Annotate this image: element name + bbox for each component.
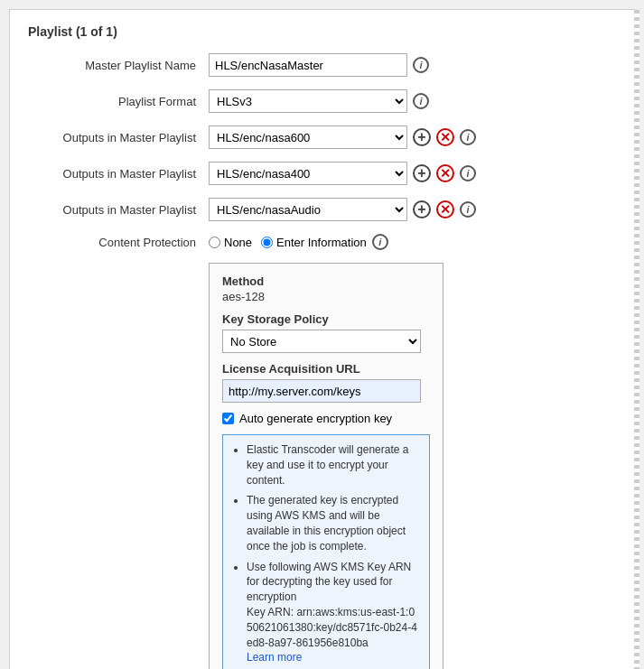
encryption-info-list: Elastic Transcoder will generate a key a… xyxy=(232,442,420,665)
license-url-input[interactable] xyxy=(222,379,421,403)
radio-none-text: None xyxy=(224,236,252,249)
outputs-2-label: Outputs in Master Playlist xyxy=(28,167,209,181)
outputs-2-row: Outputs in Master Playlist HLS/enc/nasa6… xyxy=(28,162,616,185)
playlist-format-select[interactable]: HLSv3 HLSv4 Smooth xyxy=(209,89,407,113)
learn-more-link[interactable]: Learn more xyxy=(247,651,302,664)
radio-enter-info[interactable] xyxy=(261,237,273,248)
method-value: aes-128 xyxy=(222,290,430,303)
radio-none[interactable] xyxy=(209,237,220,248)
radio-none-label[interactable]: None xyxy=(209,236,252,249)
outputs-2-remove-icon[interactable]: ✕ xyxy=(436,164,454,182)
outputs-1-select[interactable]: HLS/enc/nasa600 HLS/enc/nasa400 HLS/enc/… xyxy=(209,125,407,149)
outputs-3-row: Outputs in Master Playlist HLS/enc/nasa6… xyxy=(28,198,616,221)
key-storage-label: Key Storage Policy xyxy=(222,312,430,326)
playlist-format-info-icon[interactable]: i xyxy=(413,93,429,109)
content-protection-info-icon[interactable]: i xyxy=(372,234,388,250)
playlist-format-row: Playlist Format HLSv3 HLSv4 Smooth i xyxy=(28,89,616,113)
outputs-1-label: Outputs in Master Playlist xyxy=(28,131,209,144)
method-label: Method xyxy=(222,274,430,288)
outputs-3-label: Outputs in Master Playlist xyxy=(28,203,209,217)
master-playlist-name-info-icon[interactable]: i xyxy=(413,57,429,73)
outputs-2-select[interactable]: HLS/enc/nasa600 HLS/enc/nasa400 HLS/enc/… xyxy=(209,162,407,185)
outputs-3-info-icon[interactable]: i xyxy=(460,201,476,218)
outputs-2-controls: HLS/enc/nasa600 HLS/enc/nasa400 HLS/enc/… xyxy=(209,162,476,185)
content-protection-controls: None Enter Information i xyxy=(209,234,388,250)
playlist-format-label: Playlist Format xyxy=(28,95,209,108)
outputs-1-add-icon[interactable]: + xyxy=(413,128,431,146)
outputs-1-remove-icon[interactable]: ✕ xyxy=(436,128,454,146)
autogenerate-checkbox[interactable] xyxy=(222,413,234,424)
autogenerate-row: Auto generate encryption key xyxy=(222,412,430,425)
outputs-2-add-icon[interactable]: + xyxy=(413,164,431,182)
key-storage-select[interactable]: No Store AWS KMS xyxy=(222,330,421,353)
outputs-1-controls: HLS/enc/nasa600 HLS/enc/nasa400 HLS/enc/… xyxy=(209,125,476,149)
autogenerate-label[interactable]: Auto generate encryption key xyxy=(239,412,392,425)
content-protection-panel: Method aes-128 Key Storage Policy No Sto… xyxy=(209,263,443,669)
outputs-1-row: Outputs in Master Playlist HLS/enc/nasa6… xyxy=(28,125,616,149)
outputs-3-remove-icon[interactable]: ✕ xyxy=(436,200,454,218)
arn-text: Key ARN: arn:aws:kms:us-east-1:050621061… xyxy=(247,606,417,649)
outputs-3-controls: HLS/enc/nasa600 HLS/enc/nasa400 HLS/enc/… xyxy=(209,198,476,221)
outputs-3-add-icon[interactable]: + xyxy=(413,200,431,218)
content-protection-row: Content Protection None Enter Informatio… xyxy=(28,234,616,250)
info-bullet-1: Elastic Transcoder will generate a key a… xyxy=(247,442,420,488)
master-playlist-name-controls: i xyxy=(209,53,429,77)
license-url-label: License Acquisition URL xyxy=(222,362,430,376)
info-bullet-3: Use following AWS KMS Key ARN for decryp… xyxy=(247,560,420,666)
master-playlist-name-label: Master Playlist Name xyxy=(28,59,209,72)
outputs-2-info-icon[interactable]: i xyxy=(460,165,476,181)
content-protection-label: Content Protection xyxy=(28,236,209,249)
encryption-info-box: Elastic Transcoder will generate a key a… xyxy=(222,434,430,669)
radio-enter-info-label[interactable]: Enter Information xyxy=(261,236,367,249)
radio-enter-info-text: Enter Information xyxy=(276,236,367,249)
page-container: Playlist (1 of 1) Master Playlist Name i… xyxy=(9,9,635,669)
arn-label: Key ARN: xyxy=(247,606,294,618)
page-title: Playlist (1 of 1) xyxy=(28,24,616,39)
playlist-format-controls: HLSv3 HLSv4 Smooth i xyxy=(209,89,429,113)
info-bullet-2: The generated key is encrypted using AWS… xyxy=(247,493,420,553)
outputs-3-select[interactable]: HLS/enc/nasa600 HLS/enc/nasa400 HLS/enc/… xyxy=(209,198,407,221)
outputs-1-info-icon[interactable]: i xyxy=(460,129,476,145)
master-playlist-name-input[interactable] xyxy=(209,53,407,77)
master-playlist-name-row: Master Playlist Name i xyxy=(28,53,616,77)
content-protection-radio-group: None Enter Information xyxy=(209,236,367,249)
